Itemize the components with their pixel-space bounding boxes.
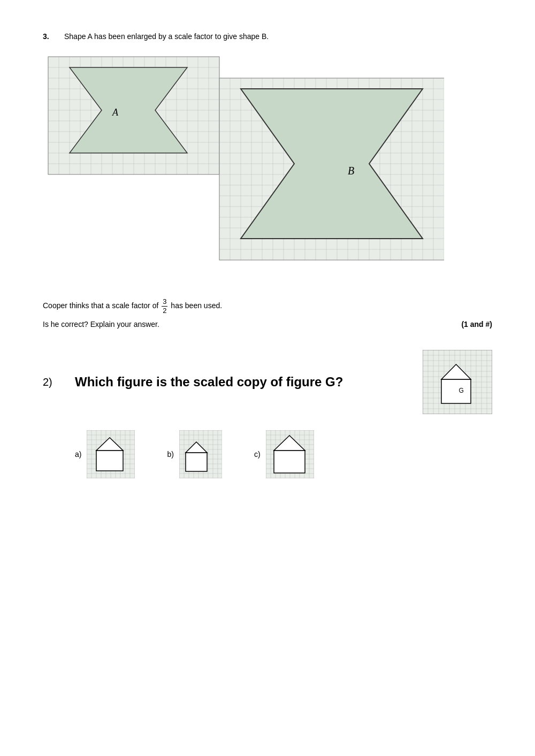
option-b-canvas — [179, 430, 222, 478]
option-c: c) — [254, 430, 314, 478]
option-c-label: c) — [254, 450, 261, 459]
q3-text: Shape A has been enlarged by a scale fac… — [64, 32, 269, 41]
q2-title: Which figure is the scaled copy of figur… — [75, 375, 412, 390]
q3-header: 3. Shape A has been enlarged by a scale … — [43, 32, 492, 41]
figure-g-container — [423, 350, 492, 414]
q2-number: 2) — [43, 376, 64, 388]
shapes-container — [43, 51, 492, 281]
option-c-canvas — [266, 430, 314, 478]
option-a: a) — [75, 430, 135, 478]
option-b-label: b) — [167, 450, 173, 459]
marks: (1 and #) — [461, 320, 492, 329]
q2-header: 2) Which figure is the scaled copy of fi… — [43, 350, 492, 414]
figure-g-canvas — [423, 350, 492, 414]
fraction-denominator: 2 — [162, 307, 167, 315]
option-b: b) — [167, 430, 221, 478]
cooper-suffix: has been used. — [171, 301, 222, 310]
question-3: 3. Shape A has been enlarged by a scale … — [43, 32, 492, 329]
cooper-statement: Cooper thinks that a scale factor of 3 2… — [43, 297, 492, 315]
options-row: a) b) c) — [75, 430, 492, 478]
q3-number: 3. — [43, 32, 64, 41]
cooper-prefix: Cooper thinks that a scale factor of — [43, 301, 158, 310]
fraction-numerator: 3 — [162, 297, 167, 307]
fraction: 3 2 — [162, 297, 167, 315]
explain-prompt: Is he correct? Explain your answer. — [43, 320, 159, 329]
option-a-canvas — [87, 430, 135, 478]
shapes-canvas — [43, 51, 444, 281]
explain-row: Is he correct? Explain your answer. (1 a… — [43, 320, 492, 329]
question-2: 2) Which figure is the scaled copy of fi… — [43, 350, 492, 478]
option-a-label: a) — [75, 450, 81, 459]
